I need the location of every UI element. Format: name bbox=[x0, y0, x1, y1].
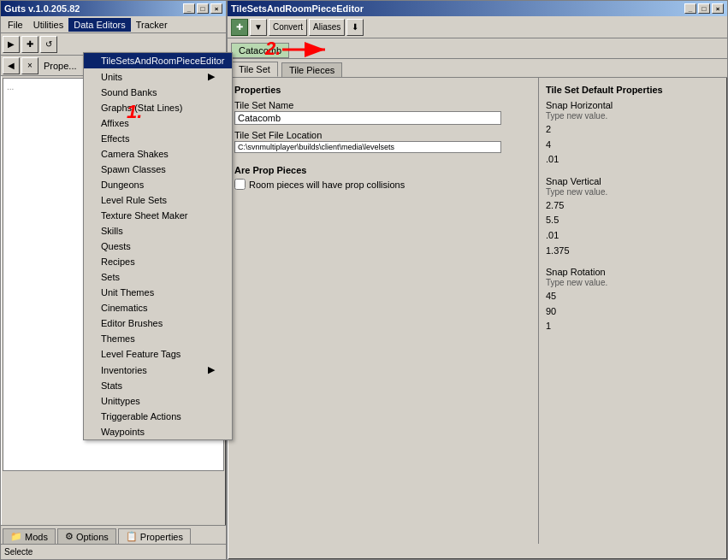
snap-v-val-3: .01 bbox=[546, 228, 720, 244]
menu-effects[interactable]: Effects bbox=[84, 131, 232, 146]
right-window: TileSetsAndRoomPieceEditor _ □ × ✚ ▼ Con… bbox=[227, 0, 728, 560]
tile-set-name-label: Tile Set Name bbox=[234, 100, 531, 110]
snap-r-val-1: 45 bbox=[546, 289, 720, 304]
tab-tile-set[interactable]: Tile Set bbox=[231, 62, 278, 77]
menu-tracker[interactable]: Tracker bbox=[131, 18, 173, 32]
menu-level-feature-tags[interactable]: Level Feature Tags bbox=[84, 346, 232, 362]
right-titlebar: TileSetsAndRoomPieceEditor _ □ × bbox=[228, 1, 727, 16]
tab-mods[interactable]: 📁 Mods bbox=[3, 528, 56, 544]
tab-options[interactable]: ⚙ Options bbox=[57, 528, 116, 544]
snap-h-val-1: 2 bbox=[546, 122, 720, 138]
options-icon: ⚙ bbox=[65, 531, 74, 542]
add-icon-btn[interactable]: ✚ bbox=[231, 19, 248, 36]
snap-rotation-sublabel: Type new value. bbox=[546, 278, 720, 287]
tab-properties[interactable]: 📋 Properties bbox=[118, 528, 191, 544]
menu-tile-set[interactable]: TileSetsAndRoomPieceEditor bbox=[84, 53, 232, 68]
catacomb-tab-area: Catacomb bbox=[228, 38, 727, 59]
snap-horizontal-values: 2 4 .01 bbox=[546, 122, 720, 168]
properties-icon: 📋 bbox=[126, 531, 138, 542]
menu-skills[interactable]: Skills bbox=[84, 223, 232, 239]
maximize-btn[interactable]: □ bbox=[197, 3, 209, 14]
main-content: Properties Tile Set Name Tile Set File L… bbox=[228, 78, 727, 544]
snap-horizontal-sublabel: Type new value. bbox=[546, 111, 720, 121]
menu-themes[interactable]: Themes bbox=[84, 331, 232, 346]
menu-editor-brushes[interactable]: Editor Brushes bbox=[84, 315, 232, 331]
right-close-btn[interactable]: × bbox=[712, 3, 724, 14]
menu-dungeons[interactable]: Dungeons bbox=[84, 177, 232, 192]
panel-label: Prope... bbox=[40, 61, 80, 71]
convert-btn[interactable]: Convert bbox=[269, 19, 307, 36]
dropdown-arrow-btn[interactable]: ▼ bbox=[250, 19, 267, 36]
tab-tile-pieces[interactable]: Tile Pieces bbox=[281, 62, 342, 77]
status-text: Selecte bbox=[4, 547, 33, 557]
export-btn[interactable]: ⬇ bbox=[346, 19, 364, 36]
menu-graphs[interactable]: Graphs (Stat Lines) bbox=[84, 100, 232, 115]
snap-h-val-3: .01 bbox=[546, 152, 720, 168]
snap-vertical-sublabel: Type new value. bbox=[546, 187, 720, 197]
menu-camera-shakes[interactable]: Camera Shakes bbox=[84, 146, 232, 162]
snap-vertical-section: Snap Vertical Type new value. 2.75 5.5 .… bbox=[546, 176, 720, 258]
snap-r-val-2: 90 bbox=[546, 304, 720, 320]
mods-icon: 📁 bbox=[10, 531, 22, 542]
snap-h-val-2: 4 bbox=[546, 138, 720, 153]
tile-set-default-title: Tile Set Default Properties bbox=[546, 85, 720, 95]
snap-v-val-1: 2.75 bbox=[546, 198, 720, 214]
prop-collisions-row: Room pieces will have prop collisions bbox=[234, 179, 531, 190]
add-btn[interactable]: ✚ bbox=[21, 36, 38, 53]
tile-set-file-input[interactable] bbox=[234, 141, 501, 153]
are-prop-pieces-label: Are Prop Pieces bbox=[234, 165, 531, 175]
close-tab-btn[interactable]: × bbox=[21, 57, 38, 74]
menu-inventories[interactable]: Inventories ▶ bbox=[84, 362, 232, 378]
right-titlebar-buttons: _ □ × bbox=[684, 3, 724, 14]
properties-title: Properties bbox=[234, 85, 531, 95]
snap-v-val-4: 1.375 bbox=[546, 244, 720, 259]
properties-panel: Properties Tile Set Name Tile Set File L… bbox=[228, 78, 539, 544]
prop-collisions-label: Room pieces will have prop collisions bbox=[249, 180, 405, 190]
bottom-tabbar: 📁 Mods ⚙ Options 📋 Properties bbox=[1, 525, 226, 544]
aliases-btn[interactable]: Aliases bbox=[309, 19, 345, 36]
minimize-btn[interactable]: _ bbox=[183, 3, 195, 14]
menu-unit-themes[interactable]: Unit Themes bbox=[84, 285, 232, 300]
nav-back-btn[interactable]: ◀ bbox=[3, 57, 20, 74]
right-minimize-btn[interactable]: _ bbox=[684, 3, 696, 14]
menu-spawn-classes[interactable]: Spawn Classes bbox=[84, 162, 232, 177]
snap-horizontal-section: Snap Horizontal Type new value. 2 4 .01 bbox=[546, 100, 720, 168]
tile-set-name-input[interactable] bbox=[234, 111, 501, 125]
menu-texture-sheet[interactable]: Texture Sheet Maker bbox=[84, 208, 232, 223]
menu-quests[interactable]: Quests bbox=[84, 239, 232, 254]
menu-triggerable-actions[interactable]: Triggerable Actions bbox=[84, 409, 232, 424]
menu-affixes[interactable]: Affixes bbox=[84, 115, 232, 131]
menu-waypoints[interactable]: Waypoints bbox=[84, 424, 232, 439]
right-maximize-btn[interactable]: □ bbox=[698, 3, 710, 14]
snap-rotation-values: 45 90 1 bbox=[546, 289, 720, 334]
snap-rotation-label: Snap Rotation bbox=[546, 267, 720, 277]
close-btn[interactable]: × bbox=[210, 3, 222, 14]
left-title: Guts v.1.0.205.82 bbox=[4, 3, 80, 14]
menu-cinematics[interactable]: Cinematics bbox=[84, 300, 232, 315]
refresh-btn[interactable]: ↺ bbox=[40, 36, 57, 53]
menu-sound-banks[interactable]: Sound Banks bbox=[84, 85, 232, 100]
menu-unittypes[interactable]: Unittypes bbox=[84, 393, 232, 409]
left-menubar: File Utilities Data Editors Tracker bbox=[1, 16, 226, 33]
menu-stats[interactable]: Stats bbox=[84, 378, 232, 393]
right-toolbar: ✚ ▼ Convert Aliases ⬇ bbox=[228, 16, 727, 38]
right-title: TileSetsAndRoomPieceEditor bbox=[231, 3, 364, 14]
menu-recipes[interactable]: Recipes bbox=[84, 254, 232, 269]
menu-sets[interactable]: Sets bbox=[84, 269, 232, 285]
menu-data-editors[interactable]: Data Editors bbox=[68, 18, 131, 32]
menu-units[interactable]: Units ▶ bbox=[84, 68, 232, 85]
titlebar-buttons: _ □ × bbox=[183, 3, 222, 14]
left-titlebar: Guts v.1.0.205.82 _ □ × bbox=[1, 1, 226, 16]
catacomb-tab[interactable]: Catacomb bbox=[231, 43, 289, 58]
play-btn[interactable]: ▶ bbox=[3, 36, 20, 53]
menu-utilities[interactable]: Utilities bbox=[28, 18, 68, 32]
left-window: Guts v.1.0.205.82 _ □ × File Utilities D… bbox=[0, 0, 227, 560]
prop-collisions-checkbox[interactable] bbox=[234, 179, 246, 190]
snap-vertical-values: 2.75 5.5 .01 1.375 bbox=[546, 198, 720, 258]
content-tabs: Tile Set Tile Pieces bbox=[228, 59, 727, 78]
menu-level-rule-sets[interactable]: Level Rule Sets bbox=[84, 192, 232, 208]
menu-file[interactable]: File bbox=[3, 18, 28, 32]
data-editors-dropdown: TileSetsAndRoomPieceEditor Units ▶ Sound… bbox=[83, 52, 233, 440]
snap-horizontal-label: Snap Horizontal bbox=[546, 100, 720, 110]
tile-set-file-label: Tile Set File Location bbox=[234, 130, 531, 140]
